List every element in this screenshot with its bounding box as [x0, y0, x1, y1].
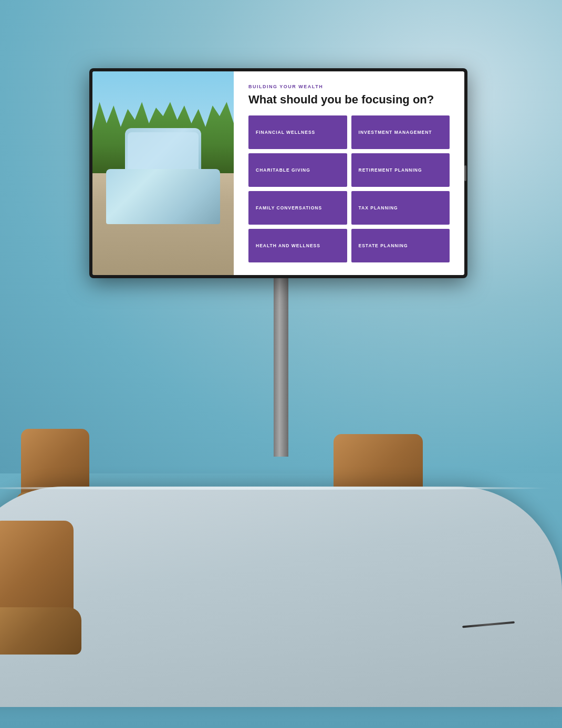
tv-power-button[interactable] [464, 165, 466, 181]
car-windshield [128, 132, 199, 174]
chair-seat [0, 607, 81, 655]
btn-estate-planning[interactable]: ESTATE PLANNING [351, 229, 450, 262]
slide-title: What should you be focusing on? [248, 92, 450, 107]
slide-content-panel: BUILDING YOUR WEALTH What should you be … [234, 71, 464, 275]
btn-retirement-planning[interactable]: RETIREMENT PLANNING [351, 153, 450, 187]
btn-health-and-wellness[interactable]: HEALTH AND WELLNESS [248, 229, 347, 262]
tv-screen: BUILDING YOUR WEALTH What should you be … [92, 71, 464, 275]
slide-subtitle: BUILDING YOUR WEALTH [248, 84, 450, 89]
car-body [106, 169, 221, 224]
tv-stand-pole [274, 278, 288, 457]
btn-tax-planning[interactable]: TAX PLANNING [351, 191, 450, 225]
car [99, 132, 226, 224]
chair-back [0, 521, 74, 618]
btn-charitable-giving[interactable]: CHARITABLE GIVING [248, 153, 347, 187]
btn-investment-management[interactable]: INVESTMENT MANAGEMENT [351, 115, 450, 149]
btn-financial-wellness[interactable]: FINANCIAL WELLNESS [248, 115, 347, 149]
topic-buttons-grid: FINANCIAL WELLNESS INVESTMENT MANAGEMENT… [248, 115, 450, 263]
btn-family-conversations[interactable]: FAMILY CONVERSATIONS [248, 191, 347, 225]
chair-front-left [0, 518, 89, 655]
car-scene [92, 71, 234, 275]
tv-monitor: BUILDING YOUR WEALTH What should you be … [89, 68, 467, 278]
slide-image-panel [92, 71, 234, 275]
